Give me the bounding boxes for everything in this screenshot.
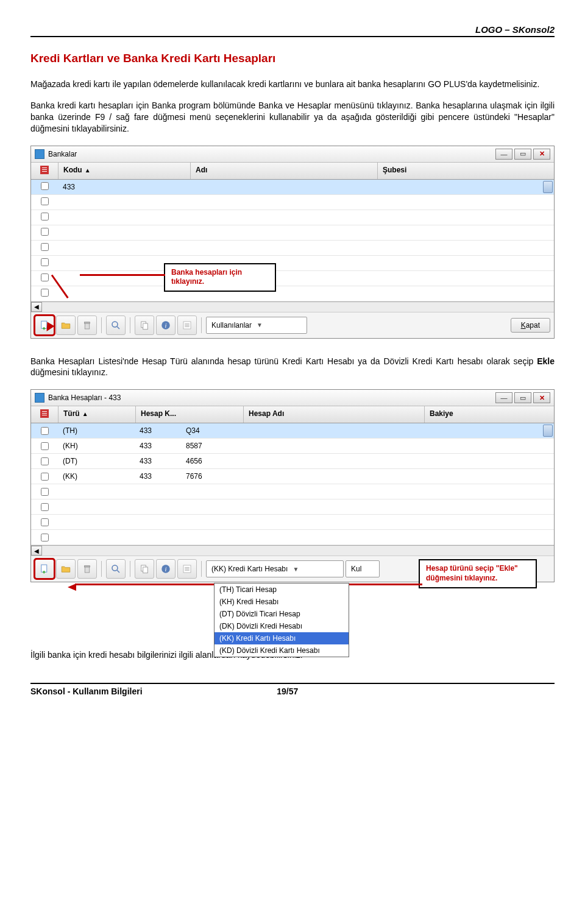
table-row[interactable]	[31, 286, 554, 302]
column-header-adi[interactable]: Adı	[191, 163, 378, 179]
trash-icon	[82, 563, 93, 574]
column-header-hesap-kodu[interactable]: Hesap K...	[136, 406, 244, 423]
row-checkbox[interactable]	[41, 503, 49, 511]
row-checkbox[interactable]	[41, 213, 49, 220]
close-button[interactable]: Kapat	[511, 318, 550, 333]
scroll-left-button[interactable]: ◀	[31, 546, 42, 555]
page-header-brand: LOGO – SKonsol2	[30, 24, 555, 37]
copy-button[interactable]	[135, 316, 154, 335]
svg-point-5	[112, 322, 118, 327]
column-header-bakiye[interactable]: Bakiye	[425, 406, 554, 423]
column-header-kodu[interactable]: Kodu▲	[58, 163, 191, 179]
titlebar: Banka Hesapları - 433 — ▭ ✕	[31, 390, 554, 406]
column-header-turu[interactable]: Türü▲	[58, 406, 136, 423]
svg-rect-8	[143, 323, 148, 330]
table-row[interactable]: (KK) 433 7676	[31, 469, 554, 484]
row-checkbox[interactable]	[41, 197, 49, 205]
info-button[interactable]: i	[156, 316, 176, 335]
dropdown-option[interactable]: (TH) Ticari Hesap	[214, 584, 349, 596]
row-checkbox[interactable]	[41, 534, 49, 541]
copy-button[interactable]	[135, 559, 154, 579]
row-checkbox[interactable]	[41, 488, 49, 496]
dropdown-option[interactable]: (KD) Dövizli Kredi Kartı Hesabı	[214, 644, 349, 657]
svg-rect-19	[85, 566, 90, 567]
cell-kodu: 433	[58, 183, 190, 191]
dropdown-option-selected[interactable]: (KK) Kredi Kartı Hesabı	[214, 632, 349, 644]
titlebar: Bankalar — ▭ ✕	[31, 146, 554, 163]
table-row[interactable]	[31, 530, 554, 545]
table-row[interactable]: (TH) 433 Q34	[31, 423, 554, 439]
search-button[interactable]	[106, 316, 126, 335]
account-type-dropdown[interactable]: (TH) Ticari Hesap (KH) Kredi Hesabı (DT)…	[214, 583, 349, 657]
row-checkbox[interactable]	[41, 473, 49, 481]
scroll-left-button[interactable]: ◀	[31, 302, 42, 312]
table-row[interactable]	[31, 271, 554, 286]
list-button[interactable]	[177, 316, 197, 335]
table-row[interactable]	[31, 256, 554, 271]
row-checkbox[interactable]	[41, 518, 49, 526]
horizontal-scrollbar[interactable]: ◀	[31, 545, 554, 555]
delete-button[interactable]	[77, 559, 97, 579]
account-type-select[interactable]: (KK) Kredi Kartı Hesabı ▼	[206, 560, 344, 577]
info-button[interactable]: i	[156, 559, 176, 579]
new-record-button[interactable]	[35, 559, 54, 579]
toolbar: i Kullanılanlar ▼ Kapat	[31, 312, 554, 338]
table-row[interactable]	[31, 241, 554, 256]
page-footer: SKonsol - Kullanım Bilgileri 19/57	[30, 683, 555, 696]
row-checkbox[interactable]	[41, 182, 49, 190]
maximize-button[interactable]: ▭	[514, 392, 531, 403]
svg-rect-4	[85, 322, 90, 323]
minimize-button[interactable]: —	[495, 392, 512, 403]
filter-header-button[interactable]	[31, 163, 58, 179]
row-checkbox[interactable]	[41, 258, 49, 266]
cell-turu: (KK)	[58, 472, 135, 481]
table-row[interactable]: (KH) 433 8587	[31, 439, 554, 454]
row-checkbox[interactable]	[41, 442, 49, 450]
open-button[interactable]	[56, 559, 76, 579]
search-button[interactable]	[106, 559, 126, 579]
right-select[interactable]: Kul	[346, 560, 380, 577]
window-banka-hesaplari: Banka Hesapları - 433 — ▭ ✕ Türü▲ Hesap …	[30, 389, 555, 582]
row-checkbox[interactable]	[41, 228, 49, 236]
table-row[interactable]	[31, 195, 554, 210]
dropdown-option[interactable]: (KH) Kredi Hesabı	[214, 596, 349, 608]
table-row[interactable]	[31, 484, 554, 499]
toolbar-separator	[130, 561, 130, 577]
callout-box: Banka hesapları için tıklayınız.	[164, 263, 276, 292]
minimize-button[interactable]: —	[495, 149, 512, 160]
open-button[interactable]	[56, 316, 76, 335]
toolbar-separator	[201, 317, 202, 333]
vertical-scroll-thumb[interactable]	[543, 181, 553, 193]
filter-select[interactable]: Kullanılanlar ▼	[206, 317, 307, 334]
table-row[interactable]	[31, 515, 554, 530]
cell-kodu-a: 433	[135, 442, 181, 450]
row-checkbox[interactable]	[41, 457, 49, 465]
dropdown-option[interactable]: (DK) Dövizli Kredi Hesabı	[214, 620, 349, 632]
filter-header-button[interactable]	[31, 406, 58, 423]
list-button[interactable]	[177, 559, 197, 579]
delete-button[interactable]	[77, 316, 97, 335]
vertical-scroll-thumb[interactable]	[543, 425, 553, 437]
folder-open-icon	[60, 563, 71, 574]
footer-left: SKonsol - Kullanım Bilgileri	[30, 686, 143, 696]
table-row[interactable]: 433	[31, 180, 554, 195]
horizontal-scrollbar[interactable]: ◀	[31, 302, 554, 312]
row-checkbox[interactable]	[41, 273, 49, 281]
row-checkbox[interactable]	[41, 243, 49, 251]
app-icon	[35, 393, 44, 403]
close-window-button[interactable]: ✕	[533, 392, 550, 403]
table-row[interactable]: (DT) 433 4656	[31, 454, 554, 469]
column-header-subesi[interactable]: Şubesi	[378, 163, 554, 179]
dropdown-option[interactable]: (DT) Dövizli Ticari Hesap	[214, 608, 349, 620]
folder-open-icon	[60, 320, 71, 331]
maximize-button[interactable]: ▭	[514, 149, 531, 160]
right-select-label: Kul	[351, 565, 361, 573]
table-row[interactable]	[31, 210, 554, 225]
row-checkbox[interactable]	[41, 427, 49, 435]
cell-kodu-b: Q34	[181, 426, 252, 435]
column-header-hesap-adi[interactable]: Hesap Adı	[244, 406, 425, 423]
table-row[interactable]	[31, 225, 554, 241]
table-row[interactable]	[31, 499, 554, 515]
row-checkbox[interactable]	[41, 289, 49, 297]
close-window-button[interactable]: ✕	[533, 149, 550, 160]
